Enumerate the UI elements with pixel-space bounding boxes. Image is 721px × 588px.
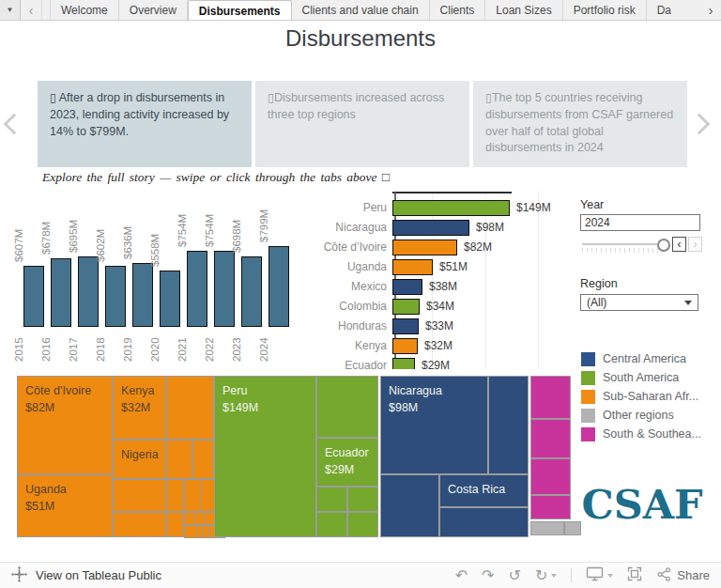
region-dropdown-value: (All): [587, 296, 606, 309]
redo-button[interactable]: ↷: [482, 568, 494, 583]
year-axis-label: 2020: [147, 333, 162, 362]
treemap-cell[interactable]: [316, 512, 347, 537]
year-bar-2017[interactable]: [78, 256, 99, 327]
tab-clients-and-value-chain[interactable]: Clients and value chain: [292, 0, 430, 20]
tab-scroll-right[interactable]: ›: [700, 0, 721, 20]
year-bar-2019[interactable]: [132, 263, 153, 327]
year-input[interactable]: [580, 214, 700, 231]
share-icon: [656, 567, 673, 584]
legend-label: Sub-Saharan Afr...: [603, 390, 698, 403]
tab-welcome[interactable]: Welcome: [50, 0, 119, 20]
country-bar-honduras[interactable]: [392, 318, 419, 334]
treemap-cell[interactable]: [113, 512, 166, 537]
year-bar-2016[interactable]: [51, 258, 71, 327]
treemap-cell[interactable]: [530, 458, 571, 495]
tab-portfolio-risk[interactable]: Portfolio risk: [563, 0, 647, 20]
undo-icon: ↶: [455, 568, 468, 583]
country-bar-ecuador[interactable]: [392, 358, 415, 369]
year-axis-label: 2015: [11, 333, 26, 362]
story-caption: Explore the full story — swipe or click …: [42, 170, 390, 185]
treemap-cell[interactable]: [113, 479, 166, 512]
device-preview-button[interactable]: [586, 566, 613, 584]
year-bar-2024[interactable]: [268, 246, 289, 327]
treemap-cell-ecuador[interactable]: Ecuador$29M: [316, 438, 378, 487]
undo-button[interactable]: ↶: [455, 568, 468, 583]
region-filter: Region (All): [580, 277, 704, 311]
treemap-cell[interactable]: [380, 474, 439, 537]
legend-item-sub-saharan-afr[interactable]: Sub-Saharan Afr...: [581, 387, 721, 406]
country-treemap: Côte d’Ivoire$82MUganda$51MKenya$32MNige…: [17, 376, 571, 537]
share-button[interactable]: Share: [656, 567, 710, 584]
story-card-3[interactable]: ▯The top 5 countries receiving disbursem…: [473, 81, 687, 167]
country-bar-colombia[interactable]: [392, 299, 420, 315]
tab-scroll-left[interactable]: ‹: [21, 0, 42, 20]
axis-line: [392, 192, 512, 193]
year-bar-2020[interactable]: [160, 271, 180, 327]
year-bar-2021[interactable]: [187, 251, 207, 327]
country-bar-uganda[interactable]: [392, 259, 433, 275]
treemap-cell[interactable]: [166, 440, 192, 479]
chevron-down-icon: [607, 574, 613, 578]
treemap-cell[interactable]: [166, 479, 184, 512]
tab-da[interactable]: Da: [647, 0, 671, 20]
country-bar-c-te-d-ivoire[interactable]: [392, 240, 457, 255]
year-bar-2023[interactable]: [241, 256, 262, 327]
legend-item-south-america[interactable]: South America: [581, 368, 721, 387]
country-bar-mexico[interactable]: [392, 279, 422, 295]
treemap-cell[interactable]: [192, 440, 214, 479]
country-label: Honduras: [319, 318, 387, 333]
treemap-cell-kenya[interactable]: Kenya$32M: [113, 376, 166, 440]
treemap-cell[interactable]: [347, 487, 378, 512]
slider-track[interactable]: [582, 243, 667, 245]
treemap-cell[interactable]: [184, 479, 201, 512]
treemap-cell-costa-rica[interactable]: Costa Rica: [439, 474, 529, 507]
treemap-cell-uganda[interactable]: Uganda$51M: [17, 474, 113, 537]
treemap-cell[interactable]: [530, 521, 564, 535]
treemap-cell-label: Nigeria: [121, 446, 158, 463]
refresh-button[interactable]: ↻: [535, 568, 557, 583]
country-bar-kenya[interactable]: [392, 338, 418, 354]
country-bar-nicaragua[interactable]: [392, 220, 469, 236]
slider-handle[interactable]: [657, 239, 670, 252]
treemap-cell[interactable]: [530, 495, 571, 519]
story-card-2[interactable]: ▯Disbursements increased across three to…: [255, 81, 469, 167]
tab-loan-sizes[interactable]: Loan Sizes: [485, 0, 562, 20]
legend-item-south-southea[interactable]: South & Southea...: [581, 425, 721, 443]
country-bar-peru[interactable]: [392, 200, 510, 216]
treemap-cell[interactable]: [316, 487, 347, 512]
year-bar-2022[interactable]: [214, 251, 235, 327]
country-label: Nicaragua: [319, 220, 387, 235]
story-card-1[interactable]: ▯ After a drop in disbursements in 2023,…: [38, 81, 252, 167]
treemap-cell[interactable]: [530, 419, 571, 458]
legend-item-central-america[interactable]: Central America: [581, 349, 721, 368]
treemap-cell-nigeria[interactable]: Nigeria: [113, 440, 166, 479]
fullscreen-button[interactable]: [627, 566, 642, 584]
story-next-button[interactable]: [691, 107, 713, 141]
year-next-button[interactable]: ›: [688, 237, 702, 252]
treemap-cell[interactable]: [439, 507, 529, 537]
legend-item-other-regions[interactable]: Other regions: [581, 406, 721, 425]
treemap-cell[interactable]: [166, 376, 214, 440]
revert-button[interactable]: ↺: [508, 568, 520, 583]
year-prev-button[interactable]: ‹: [672, 237, 686, 252]
region-dropdown[interactable]: (All): [580, 294, 698, 311]
year-bar-2018[interactable]: [105, 266, 126, 327]
tab-clients[interactable]: Clients: [430, 0, 486, 20]
treemap-cell-nicaragua[interactable]: Nicaragua$98M: [380, 376, 488, 474]
sheet-menu-button[interactable]: ▼: [0, 0, 21, 20]
year-slider: ‹ ›: [580, 236, 704, 253]
tableau-attribution[interactable]: View on Tableau Public: [11, 566, 161, 585]
year-bar-2015[interactable]: [23, 266, 44, 327]
treemap-cell[interactable]: [488, 376, 529, 474]
story-prev-button[interactable]: [0, 107, 23, 141]
country-value-label: $38M: [429, 279, 457, 294]
treemap-cell[interactable]: [316, 376, 378, 438]
treemap-cell[interactable]: [347, 512, 378, 537]
share-label: Share: [677, 569, 710, 581]
tab-disbursements[interactable]: Disbursements: [188, 0, 292, 20]
treemap-cell[interactable]: [166, 512, 184, 537]
tab-overview[interactable]: Overview: [119, 0, 188, 20]
treemap-cell-peru[interactable]: Peru$149M: [214, 376, 316, 537]
treemap-cell[interactable]: [530, 376, 571, 419]
treemap-cell-c-te-d-ivoire[interactable]: Côte d’Ivoire$82M: [17, 376, 113, 474]
